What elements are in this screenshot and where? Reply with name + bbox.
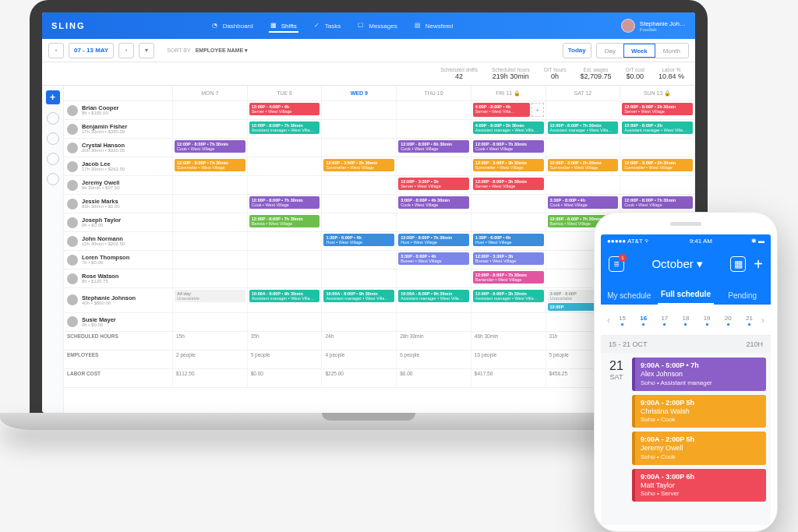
- employee-cell[interactable]: Jacob Lee 17h 30min • $262.50: [64, 157, 173, 175]
- schedule-cell[interactable]: 12:00P - 4:00P • 4hServer • West Village: [248, 101, 323, 119]
- shift-card[interactable]: 1:30P - 6:00P • 4hHost • West Village: [323, 234, 394, 246]
- schedule-cell[interactable]: 12:00P - 8:00P • 3h 30minServer • West V…: [620, 101, 695, 119]
- date-pill[interactable]: 17: [654, 315, 675, 326]
- schedule-cell[interactable]: 10:00A - 8:00P • 9h 30minAssistant manag…: [248, 288, 323, 312]
- schedule-cell[interactable]: [322, 270, 397, 287]
- month-picker[interactable]: October ▾: [651, 257, 703, 271]
- schedule-cell[interactable]: [248, 139, 323, 157]
- schedule-cell[interactable]: [322, 120, 397, 138]
- tab-pending[interactable]: Pending: [714, 291, 771, 305]
- shift-card[interactable]: 12:00P - 8:00P • 3h 30minServer • West V…: [622, 103, 693, 115]
- schedule-cell[interactable]: [248, 176, 323, 194]
- nav-newsfeed[interactable]: ▤ Newsfeed: [413, 19, 455, 33]
- schedule-cell[interactable]: [397, 157, 471, 175]
- tab-full-schedule[interactable]: Full schedule: [658, 290, 715, 305]
- schedule-cell[interactable]: 10:00A - 8:00P • 9h 30minAssistant manag…: [322, 288, 397, 312]
- schedule-cell[interactable]: [471, 213, 546, 231]
- dropdown-button[interactable]: ▾: [139, 43, 154, 58]
- schedule-cell[interactable]: 3:30P - 8:00P • 4hBusser • West Village: [397, 251, 471, 269]
- day-header[interactable]: SUN 13 🔒: [620, 86, 695, 100]
- schedule-cell[interactable]: [248, 157, 323, 175]
- date-pill[interactable]: 20: [718, 315, 739, 326]
- employee-cell[interactable]: Stephanie Johnson 40h • $800.00: [64, 288, 173, 312]
- shift-card[interactable]: 4:00P - 8:00P • 3h 30minAssistant manage…: [473, 122, 544, 134]
- schedule-cell[interactable]: 12:00P - 8:00P • 7h 30minAssistant manag…: [248, 120, 323, 138]
- day-header[interactable]: FRI 11 🔒: [471, 86, 546, 100]
- shift-card[interactable]: 4:00P - 8:00P • 4hServer • West Villa…: [473, 103, 530, 117]
- day-header[interactable]: TUE 8: [248, 86, 323, 100]
- next-week-button[interactable]: ›: [118, 43, 134, 58]
- schedule-cell[interactable]: 3:30P - 8:00P • 4hCook • West Village: [546, 195, 621, 213]
- schedule-cell[interactable]: [173, 120, 248, 138]
- view-day[interactable]: Day: [597, 44, 623, 58]
- rail-icon[interactable]: [47, 132, 59, 145]
- shift-card[interactable]: 12:00P - 3:30P • 3hBusser • West Village: [473, 252, 544, 265]
- schedule-cell[interactable]: [620, 139, 695, 157]
- schedule-cell[interactable]: 4:00P - 8:00P • 4hServer • West Villa… +: [471, 101, 546, 119]
- schedule-cell[interactable]: [173, 313, 248, 331]
- rail-icon[interactable]: [47, 153, 59, 165]
- schedule-cell[interactable]: [397, 213, 471, 231]
- schedule-cell[interactable]: 12:00P - 8:00P • 7h 30minBarista • West …: [248, 213, 323, 231]
- schedule-cell[interactable]: 12:00P - 3:00P • 3h 30minSommelier • Wes…: [471, 157, 546, 175]
- schedule-cell[interactable]: [173, 251, 248, 269]
- filter-button[interactable]: ≡ 1: [609, 256, 624, 272]
- shift-card[interactable]: 12:00P - 8:00P • 7h 30minHost • West Vil…: [398, 234, 469, 246]
- schedule-cell[interactable]: 12:00P - 8:00P • 3h 30minAssistant manag…: [471, 288, 546, 312]
- rail-icon[interactable]: [47, 173, 59, 185]
- employee-cell[interactable]: Crystal Hanson 20h 30min • $325.00: [64, 139, 173, 157]
- schedule-cell[interactable]: [471, 195, 546, 213]
- day-header[interactable]: MON 7: [173, 86, 248, 100]
- prev-dates[interactable]: ‹: [606, 315, 612, 326]
- schedule-cell[interactable]: 10:00A - 8:00P • 9h 30minAssistant manag…: [397, 288, 471, 312]
- schedule-cell[interactable]: [397, 101, 471, 119]
- day-header-today[interactable]: WED 9: [322, 86, 397, 100]
- shift-card[interactable]: 12:00P - 8:00P • 7h 30minCook • West Vil…: [175, 140, 245, 153]
- schedule-cell[interactable]: [471, 313, 546, 331]
- nav-dashboard[interactable]: ◔ Dashboard: [210, 19, 255, 33]
- schedule-cell[interactable]: [397, 270, 471, 287]
- schedule-cell[interactable]: [546, 101, 621, 119]
- schedule-cell[interactable]: [322, 213, 397, 231]
- schedule-cell[interactable]: 12:00P - 8:00P • 7h 30minBartender • Wes…: [471, 270, 546, 287]
- schedule-cell[interactable]: [248, 251, 323, 269]
- schedule-cell[interactable]: 12:00P - 3:00P • 2h 30minSommelier • Wes…: [620, 157, 695, 175]
- add-shift-button[interactable]: +: [754, 255, 763, 273]
- shift-card[interactable]: 1:30P - 6:00P • 4hHost • West Village: [473, 234, 544, 246]
- schedule-cell[interactable]: 12:00P - 8:00P • 2hAssistant manager • W…: [620, 120, 695, 138]
- schedule-cell[interactable]: 12:00P - 3:00P • 2h 30minSommelier • Wes…: [322, 157, 397, 175]
- employee-cell[interactable]: Joseph Taylor 0h • $0.00: [64, 213, 173, 231]
- schedule-cell[interactable]: 12:00P - 8:00P • 7h 30minCook • West Vil…: [620, 195, 695, 213]
- schedule-cell[interactable]: 12:00P - 8:00P • 7h 30minSommelier • Wes…: [173, 157, 248, 175]
- schedule-cell[interactable]: [248, 313, 323, 331]
- shift-card[interactable]: 12:00P - 8:00P • 6h 30minCook • West Vil…: [398, 140, 469, 153]
- schedule-cell[interactable]: 12:00P - 8:00P • 6h 30minCook • West Vil…: [397, 139, 471, 157]
- phone-shift-card[interactable]: 9:00A - 5:00P • 7h Alex Johnson Soho • A…: [632, 358, 766, 391]
- shift-card[interactable]: 3:30P - 8:00P • 4hCook • West Village: [548, 196, 619, 209]
- schedule-cell[interactable]: 1:30P - 6:00P • 4hHost • West Village: [471, 232, 546, 250]
- employee-cell[interactable]: Loren Thompson 7h • $0.00: [64, 251, 173, 269]
- schedule-cell[interactable]: [397, 120, 471, 138]
- day-header[interactable]: THU 10: [397, 86, 471, 100]
- schedule-cell[interactable]: 12:00P - 8:00P • 7h 30minCook • West Vil…: [173, 139, 248, 157]
- employee-cell[interactable]: Benjamin Fisher 17h 30min • $350.00: [64, 120, 173, 138]
- shift-card[interactable]: All dayUnavailable: [175, 290, 245, 302]
- schedule-cell[interactable]: [620, 176, 695, 194]
- schedule-cell[interactable]: 12:00P - 8:00P • 3h 30minServer • West V…: [471, 176, 546, 194]
- schedule-cell[interactable]: 12:00P - 8:00P • 7h 30minCook • West Vil…: [248, 195, 323, 213]
- calendar-button[interactable]: ▦: [730, 256, 746, 272]
- shift-card[interactable]: 10:00A - 8:00P • 9h 30minAssistant manag…: [249, 290, 320, 302]
- view-month[interactable]: Month: [655, 44, 688, 58]
- schedule-cell[interactable]: [173, 232, 248, 250]
- shift-card[interactable]: 12:00P - 3:00P • 2h 30minSommelier • Wes…: [548, 159, 619, 171]
- add-shift-cell[interactable]: +: [531, 103, 544, 117]
- schedule-cell[interactable]: 12:00P - 8:00P • 7h 30minHost • West Vil…: [397, 232, 471, 250]
- today-button[interactable]: Today: [563, 43, 591, 58]
- schedule-cell[interactable]: 12:00P - 3:30P • 3hServer • West Village: [397, 176, 471, 194]
- schedule-cell[interactable]: [248, 232, 323, 250]
- employee-cell[interactable]: Susie Mayer 0h • $0.00: [64, 313, 173, 331]
- shift-card[interactable]: 12:00P - 3:00P • 2h 30minSommelier • Wes…: [323, 159, 394, 171]
- shift-card[interactable]: 10:00A - 8:00P • 9h 30minAssistant manag…: [398, 290, 469, 302]
- schedule-cell[interactable]: [173, 213, 248, 231]
- shift-card[interactable]: 12:00P - 3:30P • 3hServer • West Village: [398, 178, 469, 190]
